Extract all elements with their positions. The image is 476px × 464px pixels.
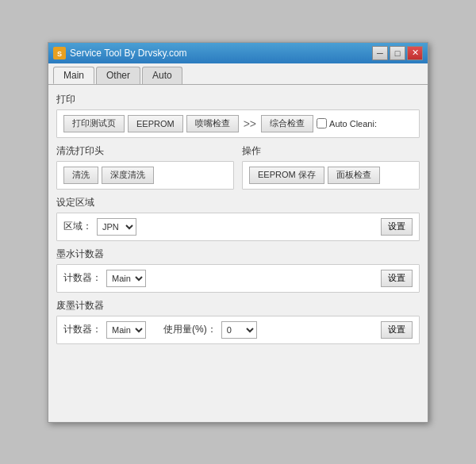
eeprom-save-button[interactable]: EEPROM 保存 — [249, 167, 324, 184]
main-window: S Service Tool By Drvsky.com ─ □ ✕ Main … — [48, 42, 428, 423]
region-row: 区域： JPN USA EUR CHN 设置 — [63, 218, 413, 236]
tab-other[interactable]: Other — [96, 67, 140, 84]
main-content: 打印 打印测试页 EEPROM 喷嘴检查 >> 综合检查 Auto Cleani… — [48, 85, 428, 422]
operation-box: EEPROM 保存 面板检查 — [242, 161, 420, 190]
minimize-button[interactable]: ─ — [372, 46, 388, 60]
panel-check-button[interactable]: 面板检查 — [328, 167, 380, 184]
auto-clean-checkbox[interactable] — [317, 118, 327, 128]
full-check-button[interactable]: 综合检查 — [261, 115, 313, 132]
operation-row: EEPROM 保存 面板检查 — [249, 167, 413, 184]
arrow-icon: >> — [242, 117, 258, 130]
region-set-button[interactable]: 设置 — [381, 218, 413, 236]
clean-head-title: 清洗打印头 — [56, 144, 234, 158]
ink-counter-title: 墨水计数器 — [56, 247, 420, 261]
usage-select[interactable]: 0 10 20 50 100 — [221, 321, 257, 339]
nozzle-check-button[interactable]: 喷嘴检查 — [186, 115, 239, 132]
waste-counter-title: 废墨计数器 — [56, 299, 420, 313]
close-button[interactable]: ✕ — [407, 46, 423, 60]
title-bar-left: S Service Tool By Drvsky.com — [53, 47, 187, 59]
svg-text:S: S — [57, 50, 62, 58]
ink-counter-select[interactable]: Main Sub — [106, 270, 146, 287]
operation-section: 操作 EEPROM 保存 面板检查 — [242, 144, 420, 190]
deep-clean-button[interactable]: 深度清洗 — [102, 167, 154, 184]
window-title: Service Tool By Drvsky.com — [70, 48, 187, 59]
ink-counter-label: 计数器： — [63, 271, 102, 285]
region-select[interactable]: JPN USA EUR CHN — [97, 218, 136, 236]
waste-counter-section: 废墨计数器 计数器： Main Sub 使用量(%)： 0 10 20 50 1… — [56, 299, 420, 344]
title-bar: S Service Tool By Drvsky.com ─ □ ✕ — [48, 43, 428, 63]
waste-counter-select[interactable]: Main Sub — [106, 321, 146, 339]
waste-counter-set-button[interactable]: 设置 — [381, 321, 413, 339]
tab-auto[interactable]: Auto — [142, 67, 182, 84]
print-test-button[interactable]: 打印测试页 — [63, 115, 125, 132]
clean-button[interactable]: 清洗 — [63, 167, 98, 184]
eeprom-button[interactable]: EEPROM — [128, 115, 183, 132]
auto-clean-label: Auto Cleani: — [317, 118, 377, 128]
clean-head-box: 清洗 深度清洗 — [56, 161, 234, 190]
title-bar-buttons: ─ □ ✕ — [372, 46, 423, 60]
tab-bar: Main Other Auto — [48, 63, 428, 85]
waste-counter-box: 计数器： Main Sub 使用量(%)： 0 10 20 50 100 设置 — [56, 316, 420, 344]
ink-counter-row: 计数器： Main Sub 设置 — [63, 270, 413, 287]
print-section-box: 打印测试页 EEPROM 喷嘴检查 >> 综合检查 Auto Cleani: — [56, 109, 420, 138]
print-section-title: 打印 — [56, 93, 420, 106]
region-title: 设定区域 — [56, 196, 420, 209]
app-icon: S — [53, 47, 66, 59]
ink-counter-box: 计数器： Main Sub 设置 — [56, 264, 420, 293]
ink-counter-set-button[interactable]: 设置 — [381, 270, 413, 287]
tab-main[interactable]: Main — [53, 67, 94, 84]
waste-counter-row: 计数器： Main Sub 使用量(%)： 0 10 20 50 100 设置 — [63, 321, 413, 339]
clean-head-row: 清洗 深度清洗 — [63, 167, 227, 184]
waste-counter-label: 计数器： — [63, 323, 102, 336]
print-section: 打印 打印测试页 EEPROM 喷嘴检查 >> 综合检查 Auto Cleani… — [56, 93, 420, 138]
maximize-button[interactable]: □ — [390, 46, 405, 60]
region-box: 区域： JPN USA EUR CHN 设置 — [56, 213, 420, 241]
print-row: 打印测试页 EEPROM 喷嘴检查 >> 综合检查 Auto Cleani: — [63, 115, 413, 132]
region-section: 设定区域 区域： JPN USA EUR CHN 设置 — [56, 196, 420, 241]
ink-counter-section: 墨水计数器 计数器： Main Sub 设置 — [56, 247, 420, 293]
region-label: 区域： — [63, 220, 92, 233]
clean-operation-row: 清洗打印头 清洗 深度清洗 操作 EEPROM 保存 面板检查 — [56, 144, 420, 190]
usage-label: 使用量(%)： — [163, 323, 217, 336]
operation-title: 操作 — [242, 144, 420, 158]
clean-head-section: 清洗打印头 清洗 深度清洗 — [56, 144, 234, 190]
empty-space — [56, 351, 420, 414]
